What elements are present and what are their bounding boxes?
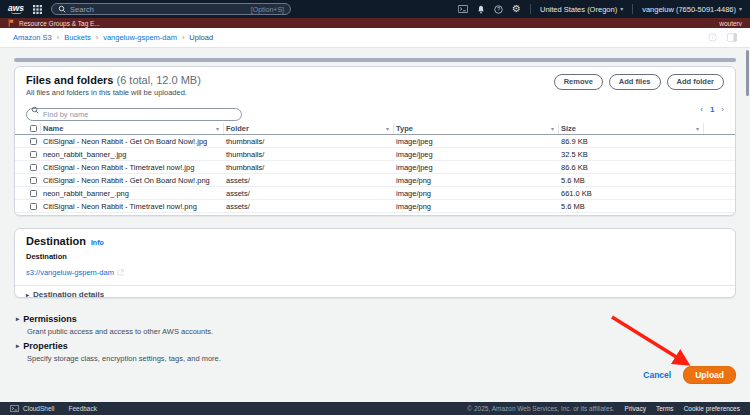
cloudshell-icon[interactable]: [458, 5, 468, 13]
copyright-text: © 2025, Amazon Web Services, Inc. or its…: [467, 405, 614, 412]
select-all-checkbox[interactable]: [30, 125, 37, 132]
help-icon[interactable]: ?: [494, 5, 503, 14]
privacy-link[interactable]: Privacy: [625, 405, 646, 412]
table-row[interactable]: CitiSignal - Neon Rabbit - Timetravel no…: [15, 200, 735, 213]
cell-type: image/jpeg: [394, 135, 559, 147]
form-actions: Cancel Upload: [643, 366, 736, 384]
cell-size: 5.6 MB: [559, 200, 704, 212]
files-card-subtitle: All files and folders in this table will…: [26, 88, 201, 97]
destination-details-expander[interactable]: ▸ Destination details: [26, 290, 724, 298]
column-header-size[interactable]: Size▾: [559, 123, 704, 134]
breadcrumb-bucket-name[interactable]: vangeluw-gspem-dam: [103, 33, 177, 42]
column-header-type[interactable]: Type▾: [394, 123, 559, 134]
permissions-description: Grant public access and access to other …: [27, 327, 213, 336]
column-header-name[interactable]: Name▾: [41, 123, 224, 134]
cell-folder: assets/: [224, 187, 394, 199]
row-checkbox[interactable]: [30, 190, 37, 197]
table-row[interactable]: CitiSignal - Neon Rabbit - Get On Board …: [15, 135, 735, 148]
destination-card: Destination Info Destination s3://vangel…: [14, 228, 736, 298]
files-card-title: Files and folders: [26, 74, 113, 86]
destination-field-label: Destination: [26, 252, 724, 261]
breadcrumb: Amazon S3 › Buckets › vangeluw-gspem-dam…: [0, 28, 750, 48]
cancel-button[interactable]: Cancel: [643, 370, 671, 380]
cell-size: 32.5 KB: [559, 148, 704, 160]
notifications-bell-icon[interactable]: [477, 5, 485, 14]
add-folder-button[interactable]: Add folder: [667, 74, 725, 90]
terminal-icon: [10, 405, 19, 412]
breadcrumb-buckets[interactable]: Buckets: [64, 33, 91, 42]
aws-logo[interactable]: aws: [8, 4, 24, 15]
row-checkbox[interactable]: [30, 203, 37, 210]
files-card-count: (6 total, 12.0 MB): [116, 74, 200, 86]
pagination-next-button[interactable]: ›: [721, 105, 724, 114]
pagination-current-page[interactable]: 1: [710, 105, 714, 114]
upload-button[interactable]: Upload: [683, 366, 736, 384]
destination-bucket-link[interactable]: s3://vangeluw-gspem-dam: [26, 268, 124, 277]
cell-file-name: CitiSignal - Neon Rabbit - Timetravel no…: [41, 161, 224, 173]
sort-icon: ▾: [216, 125, 221, 132]
table-row[interactable]: CitiSignal - Neon Rabbit - Timetravel no…: [15, 161, 735, 174]
cell-type: image/jpeg: [394, 148, 559, 160]
global-search-input[interactable]: Search [Option+S]: [51, 3, 291, 15]
files-table: Name▾ Folder▾ Type▾ Size▾ CitiSignal - N…: [15, 123, 735, 213]
account-label: vangeluw (7650-5091-4486): [642, 5, 736, 14]
cookie-preferences-link[interactable]: Cookie preferences: [684, 405, 740, 412]
table-row[interactable]: CitiSignal - Neon Rabbit - Get On Board …: [15, 174, 735, 187]
info-circle-icon[interactable]: i: [708, 33, 717, 42]
permissions-expander[interactable]: ▸ Permissions: [16, 314, 213, 324]
top-navigation: aws Search [Option+S] ? ⚙ United States …: [0, 0, 750, 18]
services-grid-icon[interactable]: [33, 5, 42, 14]
info-link[interactable]: Info: [91, 239, 104, 246]
row-checkbox[interactable]: [30, 151, 37, 158]
vertical-scrollbar[interactable]: [746, 50, 749, 96]
horizontal-scrollbar-thumb[interactable]: [14, 58, 736, 62]
caret-right-icon: ▸: [26, 291, 29, 298]
table-row[interactable]: neon_rabbit_banner_.png assets/ image/pn…: [15, 187, 735, 200]
table-row[interactable]: neon_rabbit_banner_.jpg thumbnails/ imag…: [15, 148, 735, 161]
pagination-prev-button[interactable]: ‹: [700, 105, 703, 114]
caret-right-icon: ▸: [16, 342, 19, 350]
search-icon: [31, 106, 39, 114]
cell-type: image/png: [394, 187, 559, 199]
row-checkbox[interactable]: [30, 164, 37, 171]
svg-text:i: i: [712, 34, 713, 40]
external-link-icon: [117, 269, 124, 276]
permissions-section: ▸ Permissions Grant public access and ac…: [16, 314, 213, 336]
terms-link[interactable]: Terms: [656, 405, 674, 412]
cell-size: 661.0 KB: [559, 187, 704, 199]
cell-type: image/png: [394, 174, 559, 186]
pagination: ‹ 1 ›: [700, 105, 724, 114]
cloudshell-label: CloudShell: [23, 405, 54, 412]
favorites-user-label: wouterv: [719, 20, 742, 27]
account-menu[interactable]: vangeluw (7650-5091-4486) ▾: [642, 5, 742, 14]
favorites-item-resource-groups[interactable]: Resource Groups & Tag E...: [19, 20, 100, 27]
cell-file-name: CitiSignal - Neon Rabbit - Timetravel no…: [41, 200, 224, 212]
row-checkbox[interactable]: [30, 177, 37, 184]
sort-icon: ▾: [551, 125, 556, 132]
add-files-button[interactable]: Add files: [609, 74, 661, 90]
find-by-name-input[interactable]: [26, 108, 242, 121]
remove-button[interactable]: Remove: [554, 74, 603, 90]
search-shortcut-hint: [Option+S]: [251, 6, 284, 13]
breadcrumb-separator: ›: [96, 34, 98, 41]
console-footer: CloudShell Feedback © 2025, Amazon Web S…: [0, 402, 750, 415]
region-label: United States (Oregon): [540, 5, 617, 14]
breadcrumb-amazon-s3[interactable]: Amazon S3: [13, 33, 52, 42]
cell-file-name: neon_rabbit_banner_.jpg: [41, 148, 224, 160]
cell-size: 86.6 KB: [559, 161, 704, 173]
s3-upload-page: aws Search [Option+S] ? ⚙ United States …: [0, 0, 750, 415]
row-checkbox[interactable]: [30, 138, 37, 145]
breadcrumb-separator: ›: [182, 34, 184, 41]
properties-expander[interactable]: ▸ Properties: [16, 341, 221, 351]
cell-folder: thumbnails/: [224, 161, 394, 173]
flag-icon: [8, 19, 15, 27]
horizontal-scrollbar[interactable]: [14, 58, 736, 62]
column-header-folder[interactable]: Folder▾: [224, 123, 394, 134]
feedback-link[interactable]: Feedback: [68, 405, 97, 412]
side-panel-icon[interactable]: [727, 33, 737, 42]
cloudshell-toggle[interactable]: CloudShell: [10, 405, 54, 412]
settings-gear-icon[interactable]: ⚙: [512, 4, 521, 14]
cell-file-name: neon_rabbit_banner_.png: [41, 187, 224, 199]
chevron-down-icon: ▾: [620, 6, 623, 12]
region-selector[interactable]: United States (Oregon) ▾: [540, 5, 623, 14]
